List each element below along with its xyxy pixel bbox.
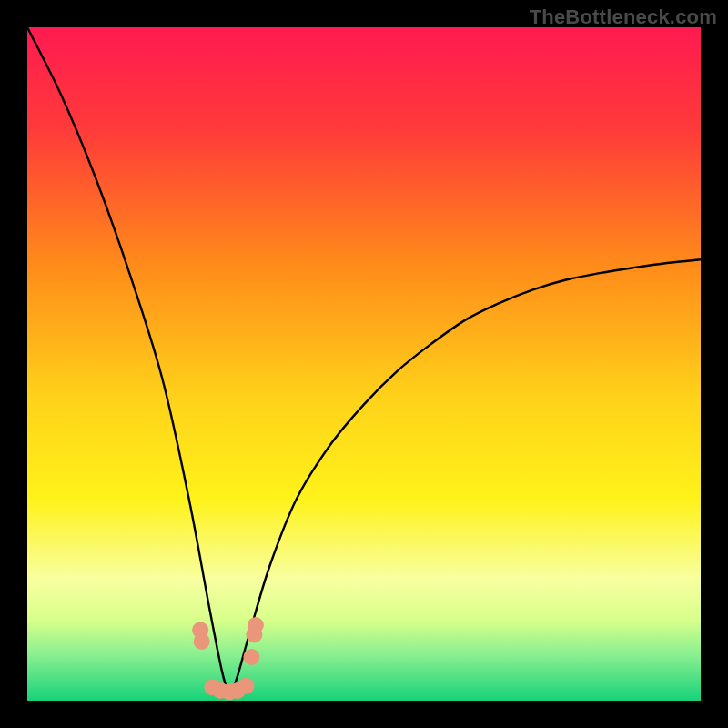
data-marker [238,678,255,694]
data-marker [243,649,259,665]
gradient-background [27,27,701,701]
bottleneck-chart [27,27,701,701]
data-marker [248,617,264,633]
data-marker [194,633,210,650]
watermark-text: TheBottleneck.com [530,5,717,29]
chart-frame [27,27,701,701]
